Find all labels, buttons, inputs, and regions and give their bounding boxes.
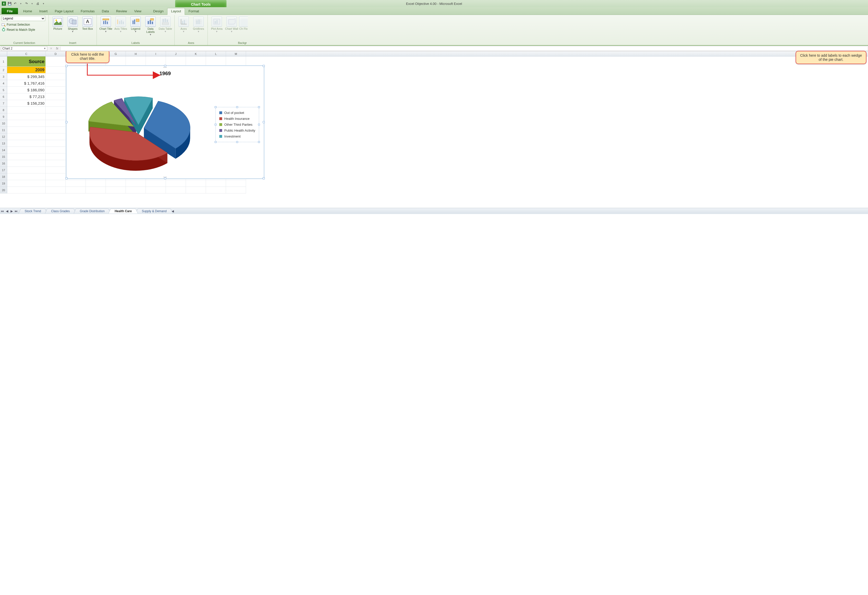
cell[interactable] [7,140,46,147]
sheet-nav-last-icon[interactable]: ⏭ [14,209,19,213]
axis-titles-button[interactable]: Axis Titles ▼ [113,15,128,33]
cell[interactable] [86,180,106,187]
resize-handle[interactable] [215,106,217,108]
row-header[interactable]: 5 [0,87,7,93]
quickprint-icon[interactable]: 🖨 [35,1,40,6]
row-header[interactable]: 7 [0,100,7,107]
tab-file[interactable]: File [1,8,18,14]
cell[interactable] [46,120,66,127]
cell[interactable]: Source [7,56,46,67]
cell[interactable] [46,187,66,193]
row-header[interactable]: 6 [0,93,7,100]
column-header[interactable]: K [186,51,206,56]
resize-handle[interactable] [236,106,238,108]
chart-title[interactable]: 1969 [159,71,171,77]
cell[interactable] [7,147,46,153]
sheet-tab[interactable]: Health Care [111,209,136,214]
picture-button[interactable]: Picture [50,15,65,30]
cell[interactable] [226,180,246,187]
row-header[interactable]: 19 [0,180,7,187]
gridlines-button[interactable]: Gridlines ▼ [191,15,206,33]
legend-button[interactable]: Legend ▼ [128,15,143,33]
resize-handle[interactable] [263,121,265,123]
resize-handle[interactable] [258,124,260,125]
resize-handle[interactable] [215,141,217,143]
row-header[interactable]: 16 [0,160,7,167]
tab-review[interactable]: Review [112,8,131,15]
row-header[interactable]: 3 [0,74,7,80]
legend-item[interactable]: Investment [219,133,255,139]
cell[interactable] [7,133,46,140]
cell[interactable] [106,180,126,187]
sheet-tab[interactable]: Supply & Demand [138,209,171,214]
cell[interactable]: $ 156,230 [7,100,46,107]
name-box[interactable]: Chart 2 ▼ [1,46,47,51]
cell[interactable] [46,74,66,80]
row-header[interactable]: 2 [0,67,7,74]
cell[interactable] [66,187,86,193]
chevron-down-icon[interactable]: ▼ [44,47,46,50]
cell[interactable] [46,107,66,113]
tab-page-layout[interactable]: Page Layout [51,8,77,15]
cell[interactable] [7,107,46,113]
undo-dropdown-icon[interactable]: ▼ [19,1,23,6]
cell[interactable] [46,133,66,140]
cell[interactable] [46,140,66,147]
row-header[interactable]: 18 [0,174,7,180]
plot-area-button[interactable]: Plot Area ▼ [209,15,224,33]
resize-handle[interactable] [263,177,265,179]
sheet-tab[interactable]: Class Grades [47,209,74,214]
text-box-button[interactable]: A Text Box [80,15,95,30]
row-header[interactable]: 10 [0,120,7,127]
cell[interactable] [46,180,66,187]
resize-handle[interactable] [164,177,166,179]
redo-icon[interactable]: ↷ [24,1,29,6]
tab-view[interactable]: View [131,8,145,15]
cell[interactable] [46,167,66,174]
cell[interactable] [226,56,246,67]
resize-handle[interactable] [65,121,68,123]
tab-format[interactable]: Format [185,8,202,15]
cell[interactable] [226,187,246,193]
data-labels-button[interactable]: Data Labels ▼ [143,15,158,36]
undo-icon[interactable]: ↶ [13,1,18,6]
cell[interactable]: $ 299,345 [7,74,46,80]
data-table-button[interactable]: Data Table ▼ [158,15,173,33]
cell[interactable] [7,187,46,193]
cell[interactable] [7,180,46,187]
tab-home[interactable]: Home [19,8,36,15]
column-header[interactable]: C [7,51,46,56]
tab-data[interactable]: Data [98,8,112,15]
chart-wall-button[interactable]: Chart Wall ▼ [224,15,239,33]
fx-icon[interactable]: fx [54,47,61,50]
save-icon[interactable]: 💾 [7,1,12,6]
cell[interactable] [46,113,66,120]
sheet-tab[interactable]: Stock Trend [21,209,45,214]
cell[interactable] [46,80,66,87]
cell[interactable] [186,187,206,193]
row-header[interactable]: 14 [0,147,7,153]
cell[interactable] [186,56,206,67]
shapes-button[interactable]: Shapes ▼ [65,15,80,33]
row-header[interactable]: 20 [0,187,7,193]
sheet-nav-next-icon[interactable]: ▶ [9,209,14,213]
cell[interactable] [7,167,46,174]
row-header[interactable]: 9 [0,113,7,120]
worksheet-grid[interactable]: CDEFGHIJKLM 1234567891011121314151617181… [0,51,868,208]
cell[interactable] [7,160,46,167]
cell[interactable]: $ 77,213 [7,93,46,100]
cell[interactable] [126,180,146,187]
chart-plot-area[interactable] [74,84,208,174]
cell[interactable] [66,180,86,187]
axes-button[interactable]: Axes ▼ [176,15,191,33]
cell[interactable] [7,174,46,180]
row-header[interactable]: 4 [0,80,7,87]
cell[interactable] [7,113,46,120]
tab-insert[interactable]: Insert [36,8,52,15]
cell[interactable] [166,180,186,187]
cell[interactable] [166,187,186,193]
cell[interactable] [126,56,146,67]
cell[interactable] [126,187,146,193]
column-header[interactable]: I [146,51,166,56]
resize-handle[interactable] [263,65,265,67]
